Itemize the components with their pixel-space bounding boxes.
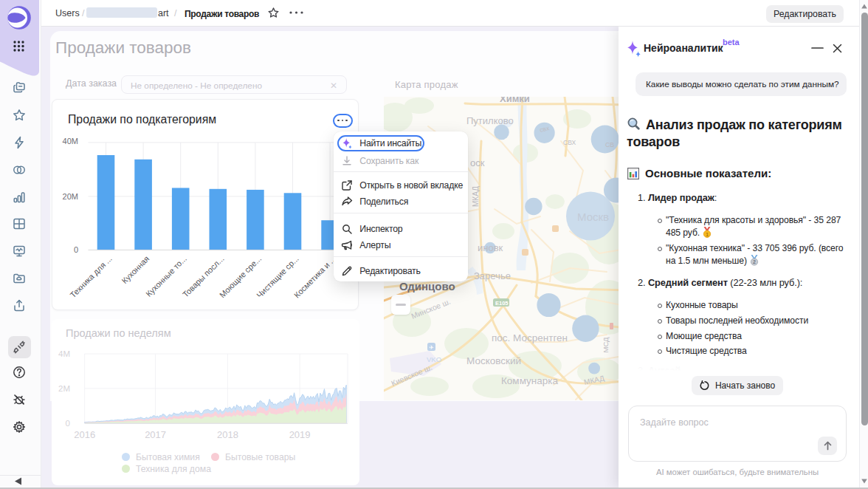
svg-text:E105: E105 xyxy=(495,299,509,306)
svg-text:Химки: Химки xyxy=(500,97,530,104)
svg-text:Московский: Московский xyxy=(466,355,521,366)
svg-text:2019: 2019 xyxy=(289,429,311,440)
svg-text:VKO: VKO xyxy=(427,355,441,363)
svg-text:Москв: Москв xyxy=(577,211,609,223)
svg-text:МКАД: МКАД xyxy=(472,185,480,206)
svg-text:пос. Мосрентген: пос. Мосрентген xyxy=(492,332,568,343)
svg-text:40M: 40M xyxy=(63,137,78,146)
svg-text:оск: оск xyxy=(470,157,485,168)
svg-text:Путилково: Путилково xyxy=(466,115,514,126)
svg-text:Одинцово: Одинцово xyxy=(399,280,455,293)
svg-text:МСД: МСД xyxy=(602,336,610,352)
svg-text:Заречье: Заречье xyxy=(474,270,511,281)
svg-text:Техника для ...: Техника для ... xyxy=(68,254,113,299)
svg-text:20M: 20M xyxy=(63,191,78,200)
svg-text:0: 0 xyxy=(66,419,70,428)
svg-text:1: 1 xyxy=(706,231,709,238)
svg-text:4M: 4M xyxy=(58,349,70,358)
svg-text:2018: 2018 xyxy=(217,429,238,440)
svg-text:2M: 2M xyxy=(58,384,70,393)
svg-text:2017: 2017 xyxy=(145,429,166,440)
svg-text:СВХ: СВХ xyxy=(563,139,576,146)
svg-text:✈: ✈ xyxy=(429,343,434,350)
svg-text:иновк: иновк xyxy=(478,242,503,253)
svg-text:Кухонная: Кухонная xyxy=(120,254,151,285)
svg-text:2: 2 xyxy=(753,259,756,264)
svg-text:СВ: СВ xyxy=(605,141,614,148)
svg-text:2016: 2016 xyxy=(74,429,95,440)
svg-text:Коммунарка: Коммунарка xyxy=(501,375,559,386)
svg-text:0: 0 xyxy=(74,245,78,254)
